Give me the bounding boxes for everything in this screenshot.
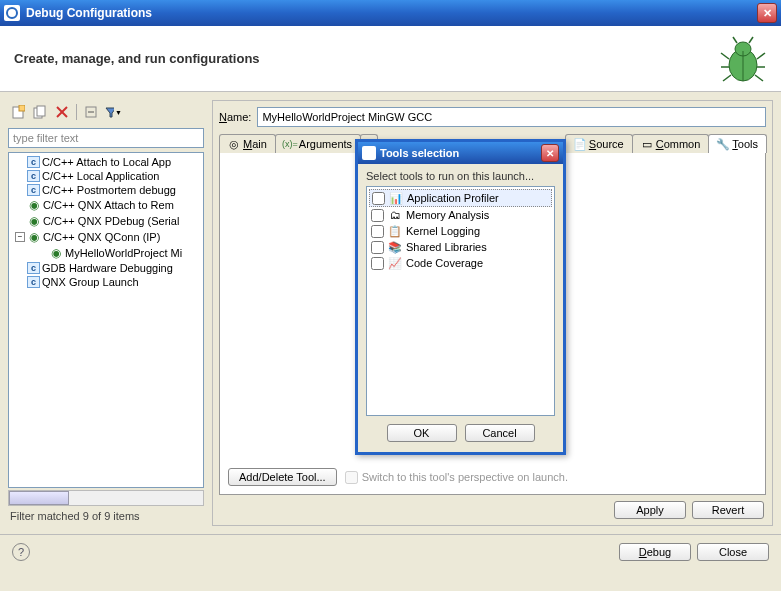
qnx-config-icon: ◉ bbox=[27, 214, 41, 228]
collapse-all-button[interactable] bbox=[81, 102, 101, 122]
shared-lib-icon: 📚 bbox=[388, 240, 402, 254]
svg-line-10 bbox=[733, 37, 737, 43]
apply-button[interactable]: Apply bbox=[614, 501, 686, 519]
c-config-icon: c bbox=[27, 170, 40, 182]
perspective-checkbox bbox=[345, 471, 358, 484]
tab-common[interactable]: ▭Common bbox=[632, 134, 710, 153]
svg-rect-13 bbox=[19, 105, 25, 111]
profiler-icon: 📊 bbox=[389, 191, 403, 205]
name-label: Name: bbox=[219, 111, 251, 123]
filter-status-text: Filter matched 9 of 9 items bbox=[8, 506, 204, 526]
tool-checkbox[interactable] bbox=[371, 225, 384, 238]
tree-item-child[interactable]: ◉MyHelloWorldProject Mi bbox=[11, 245, 201, 261]
tree-item[interactable]: cQNX Group Launch bbox=[11, 275, 201, 289]
config-toolbar: ▼ bbox=[8, 100, 204, 128]
svg-point-0 bbox=[7, 8, 17, 18]
main-tab-icon: ◎ bbox=[228, 138, 240, 150]
coverage-icon: 📈 bbox=[388, 256, 402, 270]
tools-selection-dialog: Tools selection ✕ Select tools to run on… bbox=[355, 139, 566, 455]
tool-item-memory-analysis[interactable]: 🗂Memory Analysis bbox=[369, 207, 552, 223]
config-tree[interactable]: cC/C++ Attach to Local App cC/C++ Local … bbox=[8, 152, 204, 488]
source-tab-icon: 📄 bbox=[574, 138, 586, 150]
dialog-footer: ? Debug Close bbox=[0, 534, 781, 569]
tab-main[interactable]: ◎Main bbox=[219, 134, 276, 153]
tab-tools[interactable]: 🔧Tools bbox=[708, 134, 767, 153]
tool-item-kernel-logging[interactable]: 📋Kernel Logging bbox=[369, 223, 552, 239]
filter-menu-button[interactable]: ▼ bbox=[103, 102, 123, 122]
tree-item[interactable]: ◉C/C++ QNX Attach to Rem bbox=[11, 197, 201, 213]
memory-icon: 🗂 bbox=[388, 208, 402, 222]
tool-item-application-profiler[interactable]: 📊Application Profiler bbox=[369, 189, 552, 207]
tool-item-code-coverage[interactable]: 📈Code Coverage bbox=[369, 255, 552, 271]
modal-ok-button[interactable]: OK bbox=[387, 424, 457, 442]
revert-button[interactable]: Revert bbox=[692, 501, 764, 519]
tools-list[interactable]: 📊Application Profiler 🗂Memory Analysis 📋… bbox=[366, 186, 555, 416]
svg-line-7 bbox=[757, 53, 765, 59]
arguments-tab-icon: (x)= bbox=[284, 138, 296, 150]
filter-input[interactable] bbox=[8, 128, 204, 148]
c-config-icon: c bbox=[27, 262, 40, 274]
c-config-icon: c bbox=[27, 184, 40, 196]
help-button[interactable]: ? bbox=[12, 543, 30, 561]
tools-tab-icon: 🔧 bbox=[717, 138, 729, 150]
svg-line-4 bbox=[721, 53, 729, 59]
modal-cancel-button[interactable]: Cancel bbox=[465, 424, 535, 442]
delete-config-button[interactable] bbox=[52, 102, 72, 122]
qnx-config-icon: ◉ bbox=[27, 230, 41, 244]
tree-item[interactable]: cC/C++ Postmortem debugg bbox=[11, 183, 201, 197]
horizontal-scrollbar[interactable] bbox=[8, 490, 204, 506]
tab-arguments[interactable]: (x)=Arguments bbox=[275, 134, 361, 153]
kernel-log-icon: 📋 bbox=[388, 224, 402, 238]
duplicate-config-button[interactable] bbox=[30, 102, 50, 122]
qnx-config-icon: ◉ bbox=[27, 198, 41, 212]
modal-title: Tools selection bbox=[380, 147, 541, 159]
tree-collapse-icon[interactable]: − bbox=[15, 232, 25, 242]
tree-item[interactable]: ◉C/C++ QNX PDebug (Serial bbox=[11, 213, 201, 229]
tool-checkbox[interactable] bbox=[371, 209, 384, 222]
c-config-icon: c bbox=[27, 276, 40, 288]
qnx-launch-icon: ◉ bbox=[49, 246, 63, 260]
new-config-button[interactable] bbox=[8, 102, 28, 122]
debug-bug-icon bbox=[719, 35, 767, 83]
modal-titlebar: Tools selection ✕ bbox=[358, 142, 563, 164]
tool-item-shared-libraries[interactable]: 📚Shared Libraries bbox=[369, 239, 552, 255]
svg-line-6 bbox=[723, 75, 731, 81]
perspective-checkbox-label: Switch to this tool's perspective on lau… bbox=[345, 471, 568, 484]
common-tab-icon: ▭ bbox=[641, 138, 653, 150]
tree-item[interactable]: −◉C/C++ QNX QConn (IP) bbox=[11, 229, 201, 245]
scrollbar-thumb[interactable] bbox=[9, 491, 69, 505]
tool-checkbox[interactable] bbox=[372, 192, 385, 205]
left-panel: ▼ cC/C++ Attach to Local App cC/C++ Loca… bbox=[8, 100, 204, 526]
config-name-input[interactable] bbox=[257, 107, 766, 127]
tree-item[interactable]: cC/C++ Attach to Local App bbox=[11, 155, 201, 169]
c-config-icon: c bbox=[27, 156, 40, 168]
modal-close-button[interactable]: ✕ bbox=[541, 144, 559, 162]
tool-checkbox[interactable] bbox=[371, 257, 384, 270]
tree-item[interactable]: cGDB Hardware Debugging bbox=[11, 261, 201, 275]
svg-line-9 bbox=[755, 75, 763, 81]
app-icon bbox=[4, 5, 20, 21]
svg-rect-15 bbox=[37, 106, 45, 116]
window-titlebar: Debug Configurations ✕ bbox=[0, 0, 781, 26]
close-button[interactable]: Close bbox=[697, 543, 769, 561]
tab-source[interactable]: 📄Source bbox=[565, 134, 633, 153]
svg-line-11 bbox=[749, 37, 753, 43]
tool-checkbox[interactable] bbox=[371, 241, 384, 254]
tree-item[interactable]: cC/C++ Local Application bbox=[11, 169, 201, 183]
toolbar-separator bbox=[76, 104, 77, 120]
debug-button[interactable]: Debug bbox=[619, 543, 691, 561]
dialog-header: Create, manage, and run configurations bbox=[0, 26, 781, 92]
modal-icon bbox=[362, 146, 376, 160]
modal-message: Select tools to run on this launch... bbox=[366, 170, 555, 182]
dialog-header-text: Create, manage, and run configurations bbox=[14, 51, 719, 66]
window-close-button[interactable]: ✕ bbox=[757, 3, 777, 23]
add-delete-tool-button[interactable]: Add/Delete Tool... bbox=[228, 468, 337, 486]
window-title: Debug Configurations bbox=[26, 6, 757, 20]
